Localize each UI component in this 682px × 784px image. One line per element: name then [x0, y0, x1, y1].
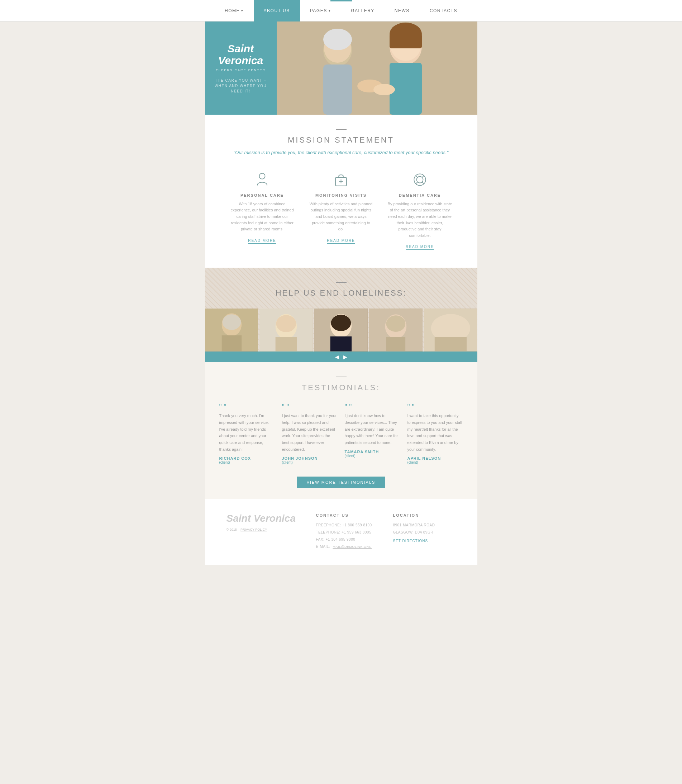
testimonial-1-name: RICHARD COX: [219, 456, 275, 461]
testimonial-2-name: JOHN JOHNSON: [282, 456, 338, 461]
testimonial-3-text: I just don't know how to describe your s…: [345, 413, 400, 446]
testimonials-title: TESTIMONIALS:: [219, 383, 463, 392]
quote-mark-3: " ": [345, 403, 400, 410]
person-icon: [253, 171, 271, 189]
read-more-monitoring[interactable]: READ MORE: [327, 239, 355, 244]
gallery-item-2: [260, 309, 313, 352]
testimonial-2-text: I just want to thank you for your help. …: [282, 413, 338, 453]
testimonial-2: " " I just want to thank you for your he…: [282, 403, 338, 464]
section-divider: [336, 129, 347, 130]
next-arrow[interactable]: ▶: [343, 354, 347, 360]
testimonial-1: " " Thank you very much. I'm impressed w…: [219, 403, 275, 464]
nav-home[interactable]: HOME ▾: [215, 0, 254, 21]
mission-section: MISSION STATEMENT "Our mission is to pro…: [205, 115, 477, 268]
service-monitoring-text: With plenty of activities and planned ou…: [309, 201, 373, 233]
chevron-down-icon: ▾: [329, 9, 331, 13]
svg-rect-9: [390, 34, 422, 48]
quote-mark-2: " ": [282, 403, 338, 410]
view-more-testimonials-button[interactable]: VIEW MORE TESTIMONIALS: [297, 476, 386, 488]
nav-news[interactable]: NEWS: [384, 0, 420, 21]
testimonial-3-role: (client): [345, 454, 400, 458]
privacy-policy-link[interactable]: PRIVACY POLICY: [241, 528, 267, 531]
loneliness-section: HELP US END LONELINESS:: [205, 268, 477, 362]
service-personal-text: With 18 years of combined experience, ou…: [230, 201, 295, 233]
testimonial-4-text: I want to take this opportunity to expre…: [408, 413, 463, 453]
quote-mark-4: " ": [408, 403, 463, 410]
svg-point-16: [414, 174, 425, 186]
service-dementia: DEMENTIA CARE By providing our residence…: [384, 167, 456, 254]
testimonial-1-role: (client): [219, 461, 275, 464]
service-monitoring-title: MONITORING VISITS: [309, 193, 373, 198]
svg-rect-29: [276, 337, 297, 352]
gallery-item-3: [314, 309, 368, 352]
navigation: HOME ▾ ABOUT US PAGES ▾ GALLERY NEWS CON…: [0, 0, 682, 21]
gallery-item-1: [205, 309, 258, 352]
quote-mark-1: " ": [219, 403, 275, 410]
svg-line-19: [422, 176, 424, 178]
testimonial-2-role: (client): [282, 461, 338, 464]
nav-contacts[interactable]: CONTACTS: [420, 0, 467, 21]
svg-point-4: [323, 29, 352, 50]
service-dementia-text: By providing our residence with state of…: [388, 201, 452, 239]
service-personal-care: PERSONAL CARE With 18 years of combined …: [226, 167, 298, 254]
svg-rect-42: [434, 337, 466, 352]
testimonial-3-name: TAMARA SMITH: [345, 450, 400, 454]
nav-pages[interactable]: PAGES ▾: [300, 0, 341, 21]
mission-quote: "Our mission is to provide you, the clie…: [226, 149, 456, 156]
nav-menu: HOME ▾ ABOUT US PAGES ▾ GALLERY NEWS CON…: [215, 0, 467, 21]
svg-line-21: [422, 182, 424, 184]
hero-tagline: THE CARE YOU WANT – WHEN AND WHERE YOU N…: [212, 78, 269, 94]
gallery-row: [205, 309, 477, 352]
hero-photo: [277, 21, 477, 115]
lifesaver-icon: [411, 171, 429, 189]
footer-copyright: © 2015: [226, 528, 237, 531]
services-row: PERSONAL CARE With 18 years of combined …: [226, 167, 456, 254]
gallery-controls: ◀ ▶: [205, 352, 477, 362]
medical-bag-icon: [332, 171, 350, 189]
hero-subtitle: ELDERS CARE CENTER: [216, 69, 266, 72]
hero-image: [277, 21, 477, 115]
svg-line-18: [416, 176, 418, 178]
svg-line-20: [416, 182, 418, 184]
testimonial-4-name: APRIL NELSON: [408, 456, 463, 461]
footer: Saint Veronica © 2015 PRIVACY POLICY CON…: [205, 499, 477, 565]
mission-title: MISSION STATEMENT: [226, 135, 456, 145]
svg-point-32: [331, 315, 351, 331]
svg-rect-2: [323, 64, 352, 115]
loneliness-title: HELP US END LONELINESS:: [226, 288, 456, 298]
nav-gallery[interactable]: GALLERY: [341, 0, 384, 21]
testimonial-4-role: (client): [408, 461, 463, 464]
svg-rect-37: [386, 337, 406, 352]
svg-point-12: [259, 174, 265, 179]
footer-logo: Saint Veronica © 2015 PRIVACY POLICY: [226, 513, 302, 532]
testimonials-row: " " Thank you very much. I'm impressed w…: [219, 403, 463, 464]
svg-point-36: [386, 316, 406, 332]
gallery-item-5: [424, 309, 477, 352]
service-dementia-title: DEMENTIA CARE: [388, 193, 452, 198]
testimonial-4: " " I want to take this opportunity to e…: [408, 403, 463, 464]
footer-location: LOCATION 8901 MARMORA ROAD GLASGOW, D04 …: [393, 513, 456, 545]
chevron-down-icon: ▾: [241, 9, 244, 13]
read-more-personal[interactable]: READ MORE: [248, 239, 276, 244]
hero-title: Saint Veronica: [212, 43, 269, 66]
hero-left-panel: Saint Veronica ELDERS CARE CENTER THE CA…: [205, 21, 277, 115]
svg-rect-33: [330, 336, 352, 352]
view-more-wrapper: VIEW MORE TESTIMONIALS: [219, 473, 463, 488]
page-content: Saint Veronica ELDERS CARE CENTER THE CA…: [205, 21, 477, 565]
testimonial-3: " " I just don't know how to describe yo…: [345, 403, 400, 464]
location-title: LOCATION: [393, 513, 456, 518]
loneliness-divider: [336, 282, 347, 283]
svg-point-11: [373, 84, 395, 95]
read-more-dementia[interactable]: READ MORE: [406, 245, 434, 250]
svg-rect-25: [221, 335, 242, 352]
testimonial-1-text: Thank you very much. I'm impressed with …: [219, 413, 275, 453]
testimonials-section: TESTIMONIALS: " " Thank you very much. I…: [205, 362, 477, 499]
nav-about[interactable]: ABOUT US: [254, 0, 300, 21]
testimonials-divider: [336, 377, 347, 377]
service-personal-title: PERSONAL CARE: [230, 193, 295, 198]
svg-point-28: [276, 316, 296, 333]
prev-arrow[interactable]: ◀: [335, 354, 339, 360]
set-directions-link[interactable]: SET DIRECTIONS: [393, 539, 428, 543]
footer-email-link[interactable]: MAIL@DEMOLINK.ORG: [333, 545, 372, 548]
svg-point-24: [222, 315, 241, 330]
